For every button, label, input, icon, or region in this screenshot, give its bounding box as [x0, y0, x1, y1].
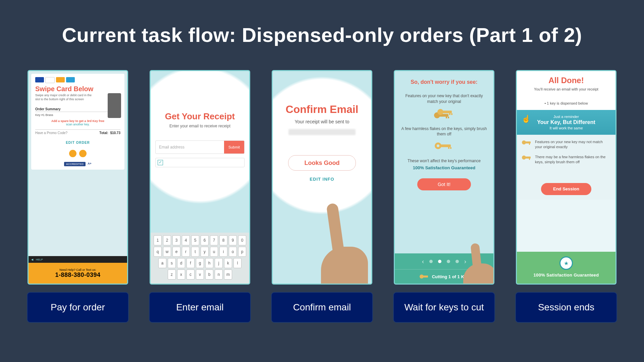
confirm-subtitle: Your receipt will be sent to	[295, 119, 350, 124]
svg-rect-3	[448, 117, 449, 118]
keyboard-key[interactable]: e	[172, 247, 180, 257]
keyboard-key[interactable]: 7	[210, 235, 218, 245]
opt-in-checkbox-row[interactable]: ✓	[155, 158, 245, 167]
kbd-row: 1234567890	[153, 235, 247, 245]
keyboard-key[interactable]: y	[201, 247, 209, 257]
checkbox-icon[interactable]: ✓	[158, 160, 163, 165]
page-dot[interactable]	[429, 260, 433, 263]
order-line-label: Key #1 Brass	[35, 113, 53, 117]
keyboard-key[interactable]: n	[215, 269, 223, 280]
step-caption: Pay for order	[27, 292, 129, 323]
badge-icon	[79, 150, 87, 157]
email-input[interactable]: Email address	[156, 141, 224, 154]
keyboard-key[interactable]: o	[229, 247, 237, 257]
svg-rect-7	[451, 113, 452, 115]
keyboard-key[interactable]: 1	[154, 235, 162, 245]
page-dot[interactable]	[438, 260, 441, 263]
bbb-rating: ACCREDITED A+	[35, 162, 120, 166]
edit-order-link[interactable]: EDIT ORDER	[35, 141, 120, 144]
edit-info-link[interactable]: EDIT INFO	[310, 177, 334, 182]
step-caption: Session ends	[515, 292, 617, 323]
chevron-right-icon[interactable]: ›	[464, 258, 466, 265]
keyboard-key[interactable]: j	[215, 258, 223, 268]
svg-rect-10	[441, 144, 451, 147]
reminder-subtitle: It will work the same	[523, 126, 609, 130]
bbb-accredited-icon: ACCREDITED	[64, 162, 86, 166]
page-dot[interactable]	[447, 260, 450, 263]
keyboard-key[interactable]: i	[219, 247, 227, 257]
keyboard-key[interactable]: b	[205, 269, 213, 280]
visa-icon	[35, 77, 44, 82]
hand-pointer-icon	[467, 243, 490, 284]
keyboard-key[interactable]: 8	[219, 235, 227, 245]
hand-pointer-icon	[321, 203, 361, 284]
keyboard-key[interactable]: k	[224, 258, 232, 268]
screen-enter-email: Get Your Receipt Enter your email to rec…	[150, 70, 250, 285]
back-icon[interactable]: ◀	[31, 258, 33, 261]
keyboard-key[interactable]: m	[224, 269, 232, 280]
step-wait: So, don't worry if you see: Features on …	[394, 70, 494, 323]
svg-rect-11	[448, 147, 449, 149]
keyboard-key[interactable]: t	[191, 247, 199, 257]
keyboard-key[interactable]: v	[196, 269, 204, 280]
keyboard-key[interactable]: d	[177, 258, 185, 268]
swipe-title: Swipe Card Below	[35, 85, 120, 93]
keyboard-key[interactable]: f	[186, 258, 195, 268]
flow-row: Swipe Card Below Swipe any major credit …	[20, 70, 624, 323]
keyboard-key[interactable]: 0	[238, 235, 246, 245]
looks-good-button[interactable]: Looks Good	[288, 155, 356, 171]
keyboard-key[interactable]: c	[186, 269, 195, 280]
keyboard-key[interactable]: w	[163, 247, 171, 257]
chevron-left-icon[interactable]: ‹	[422, 258, 424, 265]
help-phone: 1-888-380-0394	[55, 272, 100, 279]
keyboard-key[interactable]: r	[182, 247, 190, 257]
keyboard-key[interactable]: z	[168, 269, 176, 280]
discover-icon	[56, 77, 65, 82]
keyboard-key[interactable]: h	[205, 258, 213, 268]
svg-rect-6	[449, 113, 450, 115]
card-reader-icon	[108, 93, 121, 118]
keyboard-key[interactable]: 5	[191, 235, 199, 245]
screen-confirm-email: Confirm Email Your receipt will be sent …	[272, 70, 372, 285]
keyboard-key[interactable]: u	[210, 247, 218, 257]
guarantee-text: 100% Satisfaction Guaranteed	[413, 165, 475, 170]
redacted-email	[288, 129, 356, 135]
keyboard-key[interactable]: 2	[163, 235, 171, 245]
promo-code-link[interactable]: Have a Promo Code?	[35, 131, 67, 135]
keyboard-key[interactable]: a	[158, 258, 166, 268]
on-screen-keyboard: 1234567890 qwertyuiop asdfghjkl zxcvbnm	[151, 233, 249, 284]
got-it-button[interactable]: Got It!	[417, 178, 471, 190]
step-caption: Wait for keys to cut	[393, 292, 495, 323]
performance-note: These won't affect the key's performance	[408, 159, 481, 163]
promo-link[interactable]: scan another key.	[35, 123, 120, 126]
svg-rect-14	[423, 276, 428, 278]
promo-text: Add a spare key to get a 3rd Key free	[35, 119, 120, 123]
keyboard-key[interactable]: s	[168, 258, 176, 268]
page-dot[interactable]	[455, 260, 459, 263]
slide-title: Current task flow: Dispensed-only orders…	[20, 23, 624, 47]
dispensed-note: • 1 key is dispensed below	[522, 101, 610, 105]
badge-icon	[69, 150, 76, 157]
kbd-row: qwertyuiop	[153, 247, 247, 257]
keyboard-key[interactable]: l	[233, 258, 241, 268]
svg-rect-2	[446, 117, 447, 118]
keyboard-key[interactable]: 9	[229, 235, 237, 245]
screen-session-ends: All Done! You'll receive an email with y…	[516, 70, 616, 285]
help-link[interactable]: HELP	[36, 258, 43, 261]
keyboard-key[interactable]: 3	[172, 235, 180, 245]
keyboard-key[interactable]: 4	[182, 235, 190, 245]
help-banner: Need Help? Call or Text us: 1-888-380-03…	[29, 263, 127, 284]
keyboard-key[interactable]: x	[177, 269, 185, 280]
two-keys-icon	[432, 109, 456, 119]
receipt-note: You'll receive an email with your receip…	[522, 87, 610, 91]
keyboard-key[interactable]: q	[154, 247, 162, 257]
keyboard-key[interactable]: p	[238, 247, 246, 257]
submit-button[interactable]: Submit	[224, 141, 244, 154]
keyboard-key[interactable]: 6	[201, 235, 209, 245]
keyboard-key[interactable]: g	[196, 258, 204, 268]
end-session-button[interactable]: End Session	[541, 183, 591, 195]
guarantee-footer: ★ 100% Satisfaction Guaranteed	[517, 252, 615, 284]
svg-rect-12	[450, 147, 451, 149]
step-caption: Confirm email	[271, 292, 373, 323]
svg-rect-20	[529, 159, 530, 160]
